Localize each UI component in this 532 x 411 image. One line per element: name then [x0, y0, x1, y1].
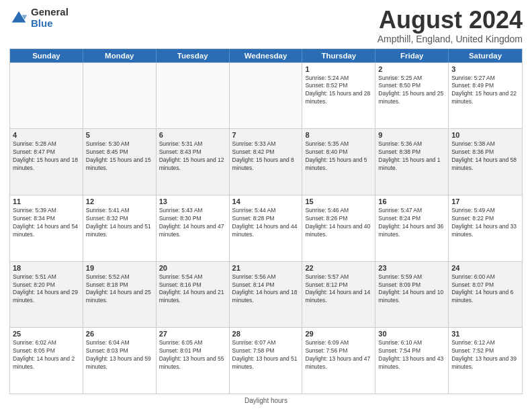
day-cell-29: 29Sunrise: 6:09 AM Sunset: 7:56 PM Dayli…	[302, 328, 375, 394]
header: General Blue August 2024 Ampthill, Engla…	[9, 7, 523, 44]
day-number: 9	[378, 131, 445, 139]
day-cell-10: 10Sunrise: 5:38 AM Sunset: 8:36 PM Dayli…	[449, 129, 522, 195]
day-number: 6	[159, 131, 226, 139]
day-number: 12	[86, 197, 153, 205]
day-number: 13	[159, 197, 226, 205]
day-number: 22	[305, 264, 372, 272]
day-cell-1: 1Sunrise: 5:24 AM Sunset: 8:52 PM Daylig…	[302, 63, 375, 129]
day-info: Sunrise: 6:04 AM Sunset: 8:03 PM Dayligh…	[86, 339, 153, 371]
day-info: Sunrise: 6:05 AM Sunset: 8:01 PM Dayligh…	[159, 339, 226, 371]
empty-cell	[83, 63, 157, 129]
day-number: 30	[378, 330, 445, 338]
logo-general-text: General	[31, 7, 69, 18]
day-cell-6: 6Sunrise: 5:31 AM Sunset: 8:43 PM Daylig…	[157, 129, 230, 195]
day-cell-19: 19Sunrise: 5:52 AM Sunset: 8:18 PM Dayli…	[83, 262, 157, 328]
day-info: Sunrise: 5:41 AM Sunset: 8:32 PM Dayligh…	[86, 207, 153, 239]
day-number: 27	[159, 330, 226, 338]
day-cell-13: 13Sunrise: 5:43 AM Sunset: 8:30 PM Dayli…	[157, 195, 230, 261]
day-info: Sunrise: 6:10 AM Sunset: 7:54 PM Dayligh…	[378, 339, 445, 371]
title-month: August 2024	[378, 7, 523, 34]
day-number: 4	[13, 131, 80, 139]
day-info: Sunrise: 5:28 AM Sunset: 8:47 PM Dayligh…	[13, 140, 80, 173]
day-info: Sunrise: 6:12 AM Sunset: 7:52 PM Dayligh…	[451, 339, 519, 371]
day-number: 2	[378, 65, 445, 73]
day-cell-30: 30Sunrise: 6:10 AM Sunset: 7:54 PM Dayli…	[375, 328, 449, 394]
day-number: 21	[232, 264, 300, 272]
page: General Blue August 2024 Ampthill, Engla…	[0, 0, 532, 411]
day-number: 5	[86, 131, 153, 139]
day-info: Sunrise: 5:27 AM Sunset: 8:49 PM Dayligh…	[451, 75, 519, 107]
day-number: 29	[305, 330, 372, 338]
day-cell-8: 8Sunrise: 5:35 AM Sunset: 8:40 PM Daylig…	[302, 129, 375, 195]
logo-text: General Blue	[31, 7, 69, 29]
day-number: 11	[13, 197, 80, 205]
day-number: 1	[305, 65, 372, 73]
day-number: 31	[451, 330, 519, 338]
day-cell-2: 2Sunrise: 5:25 AM Sunset: 8:50 PM Daylig…	[375, 63, 449, 129]
day-info: Sunrise: 5:56 AM Sunset: 8:14 PM Dayligh…	[232, 273, 300, 306]
logo: General Blue	[9, 7, 69, 29]
day-number: 24	[451, 264, 519, 272]
footer-note: Daylight hours	[9, 397, 523, 404]
day-cell-14: 14Sunrise: 5:44 AM Sunset: 8:28 PM Dayli…	[230, 195, 303, 261]
day-cell-4: 4Sunrise: 5:28 AM Sunset: 8:47 PM Daylig…	[10, 129, 83, 195]
week-row-5: 25Sunrise: 6:02 AM Sunset: 8:05 PM Dayli…	[10, 327, 522, 394]
day-cell-7: 7Sunrise: 5:33 AM Sunset: 8:42 PM Daylig…	[230, 129, 303, 195]
day-info: Sunrise: 5:36 AM Sunset: 8:38 PM Dayligh…	[378, 140, 445, 173]
day-cell-3: 3Sunrise: 5:27 AM Sunset: 8:49 PM Daylig…	[449, 63, 522, 129]
day-number: 17	[451, 197, 519, 205]
col-header-saturday: Saturday	[449, 49, 522, 62]
day-info: Sunrise: 5:33 AM Sunset: 8:42 PM Dayligh…	[232, 140, 300, 173]
day-cell-22: 22Sunrise: 5:57 AM Sunset: 8:12 PM Dayli…	[302, 262, 375, 328]
col-header-thursday: Thursday	[302, 49, 375, 62]
day-number: 3	[451, 65, 519, 73]
day-cell-16: 16Sunrise: 5:47 AM Sunset: 8:24 PM Dayli…	[375, 195, 449, 261]
day-number: 26	[86, 330, 153, 338]
col-header-monday: Monday	[83, 49, 157, 62]
col-header-wednesday: Wednesday	[230, 49, 303, 62]
day-info: Sunrise: 5:54 AM Sunset: 8:16 PM Dayligh…	[159, 273, 226, 306]
week-row-2: 4Sunrise: 5:28 AM Sunset: 8:47 PM Daylig…	[10, 128, 522, 195]
day-info: Sunrise: 5:52 AM Sunset: 8:18 PM Dayligh…	[86, 273, 153, 306]
day-number: 15	[305, 197, 372, 205]
day-info: Sunrise: 5:31 AM Sunset: 8:43 PM Dayligh…	[159, 140, 226, 173]
col-header-tuesday: Tuesday	[157, 49, 230, 62]
day-cell-25: 25Sunrise: 6:02 AM Sunset: 8:05 PM Dayli…	[10, 328, 83, 394]
day-info: Sunrise: 5:30 AM Sunset: 8:45 PM Dayligh…	[86, 140, 153, 173]
day-info: Sunrise: 6:00 AM Sunset: 8:07 PM Dayligh…	[451, 273, 519, 306]
calendar: SundayMondayTuesdayWednesdayThursdayFrid…	[9, 48, 523, 394]
calendar-header-row: SundayMondayTuesdayWednesdayThursdayFrid…	[10, 49, 522, 62]
day-cell-21: 21Sunrise: 5:56 AM Sunset: 8:14 PM Dayli…	[230, 262, 303, 328]
day-info: Sunrise: 6:07 AM Sunset: 7:58 PM Dayligh…	[232, 339, 300, 371]
day-info: Sunrise: 5:57 AM Sunset: 8:12 PM Dayligh…	[305, 273, 372, 306]
col-header-sunday: Sunday	[10, 49, 83, 62]
day-info: Sunrise: 5:51 AM Sunset: 8:20 PM Dayligh…	[13, 273, 80, 306]
day-cell-12: 12Sunrise: 5:41 AM Sunset: 8:32 PM Dayli…	[83, 195, 157, 261]
day-cell-11: 11Sunrise: 5:39 AM Sunset: 8:34 PM Dayli…	[10, 195, 83, 261]
empty-cell	[230, 63, 303, 129]
logo-icon	[9, 9, 28, 28]
day-number: 20	[159, 264, 226, 272]
day-cell-26: 26Sunrise: 6:04 AM Sunset: 8:03 PM Dayli…	[83, 328, 157, 394]
week-row-4: 18Sunrise: 5:51 AM Sunset: 8:20 PM Dayli…	[10, 261, 522, 328]
day-number: 18	[13, 264, 80, 272]
title-block: August 2024 Ampthill, England, United Ki…	[378, 7, 523, 44]
day-info: Sunrise: 5:25 AM Sunset: 8:50 PM Dayligh…	[378, 75, 445, 107]
day-info: Sunrise: 5:59 AM Sunset: 8:09 PM Dayligh…	[378, 273, 445, 306]
day-info: Sunrise: 5:38 AM Sunset: 8:36 PM Dayligh…	[451, 140, 519, 173]
day-info: Sunrise: 5:43 AM Sunset: 8:30 PM Dayligh…	[159, 207, 226, 239]
day-number: 28	[232, 330, 300, 338]
day-info: Sunrise: 5:49 AM Sunset: 8:22 PM Dayligh…	[451, 207, 519, 239]
day-cell-23: 23Sunrise: 5:59 AM Sunset: 8:09 PM Dayli…	[375, 262, 449, 328]
day-number: 10	[451, 131, 519, 139]
day-cell-27: 27Sunrise: 6:05 AM Sunset: 8:01 PM Dayli…	[157, 328, 230, 394]
day-info: Sunrise: 6:09 AM Sunset: 7:56 PM Dayligh…	[305, 339, 372, 371]
day-info: Sunrise: 6:02 AM Sunset: 8:05 PM Dayligh…	[13, 339, 80, 371]
day-number: 23	[378, 264, 445, 272]
week-row-1: 1Sunrise: 5:24 AM Sunset: 8:52 PM Daylig…	[10, 62, 522, 129]
day-number: 8	[305, 131, 372, 139]
day-number: 7	[232, 131, 300, 139]
day-info: Sunrise: 5:46 AM Sunset: 8:26 PM Dayligh…	[305, 207, 372, 239]
empty-cell	[10, 63, 83, 129]
day-cell-28: 28Sunrise: 6:07 AM Sunset: 7:58 PM Dayli…	[230, 328, 303, 394]
